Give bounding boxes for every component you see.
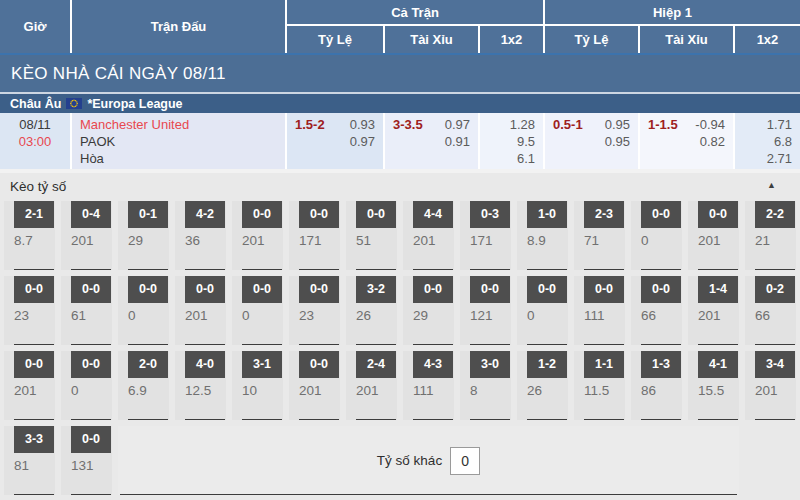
score-cell[interactable]: 4-4201 <box>403 201 454 270</box>
h1-ou-line: 1-1.5 <box>648 116 678 133</box>
score-odds: 8.9 <box>527 233 568 248</box>
score-odds: 0 <box>527 308 568 323</box>
section-header[interactable]: Kèo tỷ số ▲ <box>0 173 800 199</box>
h1-handicap-odd-home: 0.95 <box>605 116 630 133</box>
score-cell[interactable]: 3-08 <box>460 351 511 420</box>
other-score-input[interactable] <box>450 447 480 475</box>
cell-underline <box>641 419 681 420</box>
header-match: Trận Đấu <box>72 0 287 53</box>
score-cell[interactable]: 3-226 <box>346 276 397 345</box>
cell-underline <box>71 419 111 420</box>
score-label: 2-4 <box>356 351 396 378</box>
date-banner: KÈO NHÀ CÁI NGÀY 08/11 <box>0 55 800 92</box>
score-row: 0-02010-002-06.94-012.53-1100-02012-4201… <box>4 351 800 420</box>
score-cell[interactable]: 0-0201 <box>175 276 226 345</box>
cell-underline <box>242 269 282 270</box>
score-odds: 6.9 <box>128 383 169 398</box>
score-cell[interactable]: 2-371 <box>574 201 625 270</box>
score-cell[interactable]: 0-029 <box>403 276 454 345</box>
cell-underline <box>299 344 339 345</box>
score-cell[interactable]: 0-0201 <box>232 201 283 270</box>
collapse-arrow-icon[interactable]: ▲ <box>767 180 776 190</box>
score-label: 0-0 <box>356 201 396 228</box>
score-cell[interactable]: 0-00 <box>517 276 568 345</box>
score-cell[interactable]: 0-0121 <box>460 276 511 345</box>
score-label: 0-0 <box>299 276 339 303</box>
cell-underline <box>470 419 510 420</box>
score-cell[interactable]: 4-115.5 <box>688 351 739 420</box>
score-odds: 201 <box>413 233 454 248</box>
score-label: 1-3 <box>641 351 681 378</box>
score-cell[interactable]: 3-110 <box>232 351 283 420</box>
score-cell[interactable]: 0-023 <box>289 276 340 345</box>
score-label: 4-1 <box>698 351 738 378</box>
score-odds: 131 <box>71 458 112 473</box>
ft-handicap-cell[interactable]: 1.5-20.93 0.97 <box>287 113 385 169</box>
score-cell[interactable]: 2-18.7 <box>4 201 55 270</box>
ft-over-under-cell[interactable]: 3-3.50.97 0.91 <box>385 113 480 169</box>
score-cell[interactable]: 0-023 <box>4 276 55 345</box>
score-cell[interactable]: 3-4201 <box>745 351 796 420</box>
score-cell[interactable]: 1-08.9 <box>517 201 568 270</box>
score-label: 0-0 <box>71 426 111 453</box>
score-cell[interactable]: 0-0201 <box>688 201 739 270</box>
score-label: 0-0 <box>299 201 339 228</box>
score-cell[interactable]: 4-012.5 <box>175 351 226 420</box>
score-cell[interactable]: 4-236 <box>175 201 226 270</box>
score-cell[interactable]: 0-0201 <box>289 351 340 420</box>
score-cell[interactable]: 4-3111 <box>403 351 454 420</box>
ft-ou-odd-under: 0.91 <box>385 133 478 150</box>
cell-underline <box>14 344 54 345</box>
score-label: 1-4 <box>698 276 738 303</box>
score-cell[interactable]: 0-3171 <box>460 201 511 270</box>
score-cell[interactable]: 0-129 <box>118 201 169 270</box>
cell-underline <box>698 344 738 345</box>
score-cell[interactable]: 0-00 <box>118 276 169 345</box>
score-cell[interactable]: 2-4201 <box>346 351 397 420</box>
cell-underline <box>584 269 624 270</box>
h1-over-under-cell[interactable]: 1-1.5-0.94 0.82 <box>640 113 735 169</box>
score-cell[interactable]: 3-381 <box>4 426 55 495</box>
score-cell[interactable]: 0-066 <box>631 276 682 345</box>
score-label: 0-0 <box>584 276 624 303</box>
ft-handicap-odd-away: 0.97 <box>287 133 383 150</box>
header-first-half: Hiệp 1 <box>545 0 800 26</box>
score-odds: 23 <box>14 308 55 323</box>
score-odds: 26 <box>527 383 568 398</box>
score-cell[interactable]: 0-266 <box>745 276 796 345</box>
cell-underline <box>242 344 282 345</box>
score-cell[interactable]: 0-0131 <box>61 426 112 495</box>
score-cell[interactable]: 1-226 <box>517 351 568 420</box>
score-odds: 51 <box>356 233 397 248</box>
score-cell[interactable]: 0-00 <box>631 201 682 270</box>
score-cell[interactable]: 0-4201 <box>61 201 112 270</box>
score-label: 0-0 <box>242 276 282 303</box>
score-cell[interactable]: 2-06.9 <box>118 351 169 420</box>
h1-handicap-cell[interactable]: 0.5-10.95 0.95 <box>545 113 640 169</box>
score-cell[interactable]: 0-0111 <box>574 276 625 345</box>
cell-underline <box>128 344 168 345</box>
score-cell[interactable]: 1-111.5 <box>574 351 625 420</box>
ft-1x2-cell[interactable]: 1.28 9.5 6.1 <box>480 113 545 169</box>
cell-underline <box>71 494 111 495</box>
score-cell[interactable]: 0-0171 <box>289 201 340 270</box>
score-label: 0-0 <box>299 351 339 378</box>
score-cell[interactable]: 1-4201 <box>688 276 739 345</box>
league-region: Châu Âu <box>10 97 61 111</box>
cell-underline <box>527 269 567 270</box>
score-cell[interactable]: 2-221 <box>745 201 796 270</box>
league-row[interactable]: Châu Âu *Europa League <box>0 94 800 113</box>
score-odds: 36 <box>185 233 226 248</box>
score-cell[interactable]: 0-00 <box>232 276 283 345</box>
score-cell[interactable]: 1-386 <box>631 351 682 420</box>
score-cell[interactable]: 0-0201 <box>4 351 55 420</box>
score-odds: 201 <box>71 233 112 248</box>
cell-underline <box>356 344 396 345</box>
score-label: 3-1 <box>242 351 282 378</box>
h1-1x2-cell[interactable]: 1.71 6.8 2.71 <box>735 113 800 169</box>
score-cell[interactable]: 0-061 <box>61 276 112 345</box>
score-cell[interactable]: 0-051 <box>346 201 397 270</box>
score-label: 3-0 <box>470 351 510 378</box>
score-cell[interactable]: 0-00 <box>61 351 112 420</box>
match-teams-cell[interactable]: Manchester United PAOK Hòa <box>72 113 287 169</box>
